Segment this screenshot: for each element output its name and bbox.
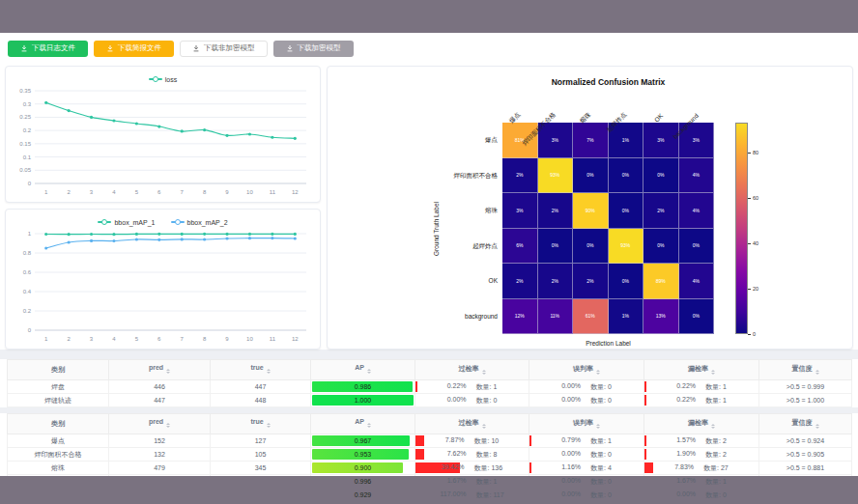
svg-text:9: 9 <box>225 336 229 342</box>
sort-icon[interactable] <box>482 422 486 431</box>
column-header-置信度[interactable]: 置信度 <box>759 414 852 434</box>
column-header-label: 置信度 <box>792 419 813 426</box>
mis-rate-percent: 0.00% <box>561 450 581 460</box>
svg-text:11: 11 <box>270 189 276 195</box>
column-header-true[interactable]: true <box>211 414 311 434</box>
column-header-漏检率[interactable]: 漏检率 <box>644 360 759 380</box>
miss-rate-cell: 1.57%数量: 2 <box>644 434 759 448</box>
matrix-cell-value: 2% <box>516 278 523 284</box>
column-header-pred[interactable]: pred <box>109 414 211 434</box>
download-log-button[interactable]: 下载日志文件 <box>8 41 88 57</box>
mis-rate-cell-content: 1.16%数量: 4 <box>529 463 644 473</box>
column-header-过检率[interactable]: 过检率 <box>415 360 529 380</box>
sort-icon[interactable] <box>267 367 271 376</box>
sort-icon[interactable] <box>711 422 715 431</box>
miss-rate-percent: 1.67% <box>676 477 696 487</box>
over-rate-cell-content: 117.00%数量: 117 <box>415 490 529 500</box>
matrix-cell-value: 3% <box>693 137 700 143</box>
miss-rate-cell-content: 1.67%数量: 1 <box>644 477 758 487</box>
legend-item-bbox_mAP_2[interactable]: bbox_mAP_2 <box>171 219 228 226</box>
sort-icon[interactable] <box>267 421 271 430</box>
over-rate-percent: 0.22% <box>447 382 467 392</box>
matrix-xlabel: Prediction Label <box>502 340 714 347</box>
sort-icon[interactable] <box>711 368 715 377</box>
column-header-过检率[interactable]: 过检率 <box>415 414 529 434</box>
svg-text:0.2: 0.2 <box>23 127 32 133</box>
mis-rate-count: 数量: 1 <box>590 436 612 446</box>
matrix-cell: 0% <box>609 264 644 299</box>
sort-icon[interactable] <box>166 421 170 430</box>
matrix-cell-value: 90% <box>586 208 595 213</box>
confidence-cell: >0.5 = 0.924 <box>759 434 852 448</box>
column-header-label: pred <box>149 418 163 425</box>
over-rate-cell: 0.00%数量: 0 <box>415 394 529 407</box>
matrix-cell: 3% <box>644 123 679 158</box>
download-icon <box>286 44 294 52</box>
column-header-误判率[interactable]: 误判率 <box>529 414 644 434</box>
over-rate-percent: 7.87% <box>445 436 465 446</box>
column-header-AP[interactable]: AP <box>311 414 415 434</box>
download-report-button[interactable]: 下载简报文件 <box>94 41 174 57</box>
miss-rate-count: 数量: 27 <box>703 463 729 473</box>
sort-icon[interactable] <box>815 422 819 431</box>
sort-icon[interactable] <box>367 421 371 430</box>
mis-rate-cell: 0.00%数量: 0 <box>529 380 644 394</box>
legend-label: bbox_mAP_1 <box>114 219 155 226</box>
mis-rate-count: 数量: 0 <box>590 490 612 500</box>
legend-item-bbox_mAP_1[interactable]: bbox_mAP_1 <box>98 219 155 226</box>
sort-icon[interactable] <box>482 368 486 377</box>
matrix-cell: 0% <box>573 229 609 265</box>
matrix-cell-value: 11% <box>550 313 559 319</box>
class-cell: 焊缝轨迹 <box>8 394 109 407</box>
matrix-cell: 93% <box>538 158 574 194</box>
svg-text:10: 10 <box>246 189 253 195</box>
column-header-pred[interactable]: pred <box>109 360 211 380</box>
column-header-true[interactable]: true <box>211 360 311 380</box>
charts-column: loss00.050.10.150.20.250.30.351234567891… <box>5 66 321 350</box>
column-header-label: 过检率 <box>459 365 479 372</box>
column-header-AP[interactable]: AP <box>311 360 415 380</box>
column-header-label: true <box>250 364 263 371</box>
confidence-cell: >0.5 = 0.999 <box>759 380 852 394</box>
sort-icon[interactable] <box>367 367 371 376</box>
column-header-漏检率[interactable]: 漏检率 <box>644 414 759 434</box>
miss-rate-cell-content: 1.57%数量: 2 <box>644 436 758 446</box>
matrix-cell-value: 89% <box>656 278 666 284</box>
column-header-label: pred <box>149 364 163 371</box>
mis-rate-percent: 0.00% <box>561 396 581 406</box>
colorbar-tick-label: 80 <box>753 150 758 155</box>
mis-rate-count: 数量: 0 <box>590 450 612 460</box>
matrix-cell-value: 61% <box>586 313 595 319</box>
sort-asc-icon <box>166 367 170 371</box>
legend-item-loss[interactable]: loss <box>149 76 177 83</box>
svg-text:0: 0 <box>28 327 32 333</box>
table-head: 类别predtrueAP过检率误判率漏检率置信度 <box>8 414 852 434</box>
column-header-置信度[interactable]: 置信度 <box>759 360 852 380</box>
sort-icon[interactable] <box>596 422 600 431</box>
table-row: 爆点1521270.9677.87%数量: 100.79%数量: 11.57%数… <box>8 434 852 448</box>
svg-text:8: 8 <box>203 336 207 342</box>
main-area: loss00.050.10.150.20.250.30.351234567891… <box>0 64 858 350</box>
column-header-label: 置信度 <box>792 365 813 372</box>
sort-icon[interactable] <box>815 368 819 377</box>
download-plain-button[interactable]: 下载非加密模型 <box>180 41 268 57</box>
sort-icon[interactable] <box>166 367 170 376</box>
matrix-cell: 0% <box>538 229 574 265</box>
matrix-cell: 2% <box>502 158 538 194</box>
sort-desc-icon <box>367 372 371 376</box>
mis-rate-percent: 1.16% <box>561 463 581 473</box>
matrix-cell: 6% <box>502 229 538 265</box>
miss-rate-cell: 1.90%数量: 2 <box>644 448 759 462</box>
matrix-cell-value: 2% <box>586 278 593 284</box>
ap-value: 0.986 <box>311 383 415 390</box>
table-head: 类别predtrueAP过检率误判率漏检率置信度 <box>8 360 852 380</box>
over-rate-cell: 39.42%数量: 136 <box>415 462 529 475</box>
matrix-cell-value: 0% <box>622 278 629 284</box>
matrix-cell-value: 3% <box>657 137 664 143</box>
ap-value: 0.967 <box>311 437 415 444</box>
sort-icon[interactable] <box>596 368 600 377</box>
miss-rate-percent: 1.90% <box>676 450 696 460</box>
map-chart-plot: 00.20.40.60.81123456789101112 <box>6 228 320 350</box>
download-enc-button[interactable]: 下载加密模型 <box>273 41 354 57</box>
column-header-误判率[interactable]: 误判率 <box>529 360 644 380</box>
